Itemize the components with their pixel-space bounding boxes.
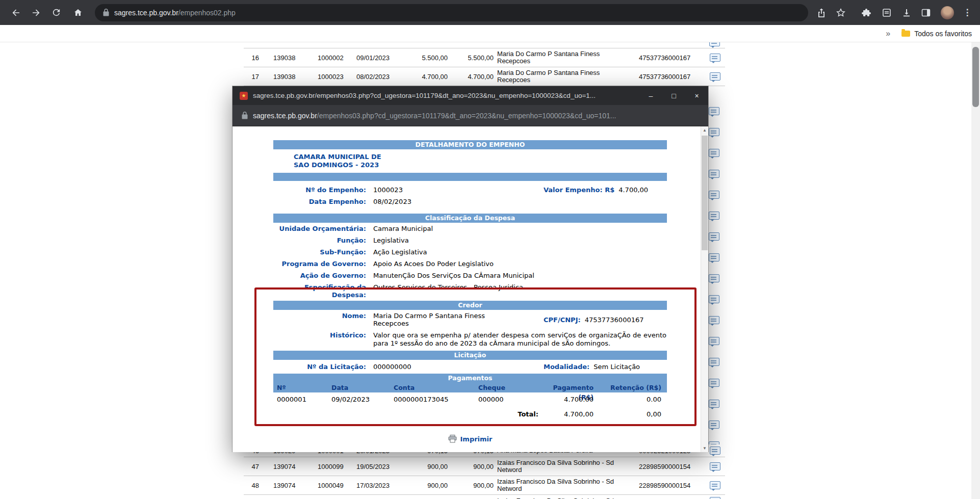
- cell-emp: 1000023: [315, 73, 354, 81]
- cell-ug: 139074: [260, 463, 315, 470]
- comment-icon[interactable]: [710, 54, 720, 62]
- folder-icon: [901, 31, 910, 37]
- empenho-num-value: 1000023: [373, 186, 403, 194]
- cell-date: 08/02/2023: [354, 73, 402, 81]
- popup-title-bar[interactable]: ★ sagres.tce.pb.gov.br/empenhos03.php?cd…: [233, 86, 708, 105]
- comment-icon[interactable]: [709, 212, 719, 220]
- cell-icon: [705, 54, 725, 62]
- comment-icon[interactable]: [709, 191, 719, 199]
- bookmark-star-button[interactable]: [832, 4, 849, 21]
- reload-button[interactable]: [47, 4, 65, 21]
- extensions-button[interactable]: [858, 4, 875, 21]
- home-icon: [73, 8, 83, 18]
- address-bar[interactable]: sagres.tce.pb.gov.br/empenhos02.php: [95, 4, 808, 21]
- cell-num: 48: [244, 482, 260, 489]
- comment-icon[interactable]: [710, 481, 720, 489]
- field-value: Ação Legislativa: [373, 248, 427, 256]
- scroll-up-icon[interactable]: ▲: [703, 128, 707, 133]
- main-scrollbar-thumb[interactable]: [972, 47, 979, 107]
- side-panel-button[interactable]: [917, 4, 935, 21]
- comment-icon[interactable]: [709, 379, 719, 387]
- cell-ug: 139038: [260, 54, 315, 62]
- imprimir-label: Imprimir: [460, 435, 493, 443]
- profile-avatar[interactable]: [941, 6, 954, 19]
- popup-url-host: sagres.tce.pb.gov.br: [253, 112, 317, 120]
- minimize-button[interactable]: –: [639, 86, 662, 105]
- comment-icon[interactable]: [709, 295, 719, 303]
- bookmarks-overflow-icon[interactable]: »: [886, 29, 890, 38]
- cell-v2: 900,00: [448, 463, 494, 470]
- cpf-cnpj-value: 47537736000167: [585, 316, 644, 324]
- main-scrollbar[interactable]: [971, 42, 980, 499]
- cell-ug: 139074: [260, 482, 315, 489]
- nome-label: Nome:: [273, 312, 370, 327]
- cell-v2: 5.500,00: [448, 54, 494, 62]
- pinned-extension-button[interactable]: [878, 4, 895, 21]
- field-label: Unidade Orçamentária:: [273, 225, 370, 232]
- imprimir-link[interactable]: Imprimir: [273, 435, 667, 443]
- field-label: Sub-Função:: [273, 248, 370, 256]
- cell-cnpj: 47537736000167: [624, 54, 705, 62]
- comment-icon[interactable]: [709, 358, 719, 366]
- entity-line-1: CAMARA MUNICIPAL DE: [294, 153, 667, 161]
- maximize-button[interactable]: □: [662, 86, 685, 105]
- field-row: Sub-Função: Ação Legislativa: [273, 246, 667, 258]
- comment-icon[interactable]: [710, 447, 720, 455]
- cell-num: 17: [244, 73, 260, 81]
- forward-button[interactable]: [28, 4, 45, 21]
- popup-scrollbar-thumb[interactable]: [702, 136, 708, 250]
- total-pagamento: 4.700,00: [538, 409, 594, 419]
- cell-credor: Maria Do Carmo P Santana Finess Recepcoe…: [494, 69, 624, 84]
- pagamento-cell: 0000001: [273, 394, 329, 405]
- historico-value: Valor que ora se empenha p/ atender desp…: [373, 331, 666, 348]
- back-button[interactable]: [7, 4, 24, 21]
- comment-icon[interactable]: [709, 274, 719, 282]
- comment-icon[interactable]: [709, 337, 719, 345]
- field-value: Outros Servicos de Terceiros - Pessoa Ju…: [373, 283, 523, 299]
- bookmarks-folder-label[interactable]: Todos os favoritos: [914, 30, 972, 38]
- home-button[interactable]: [69, 4, 87, 21]
- comment-icon[interactable]: [710, 462, 720, 470]
- popup-address-bar[interactable]: sagres.tce.pb.gov.br/empenhos03.php?cd_u…: [233, 105, 708, 126]
- comment-icon[interactable]: [709, 232, 719, 241]
- comment-icon[interactable]: [709, 170, 719, 178]
- comment-icon[interactable]: [709, 400, 719, 408]
- field-value: Apoio As Acoes Do Poder Legislativo: [373, 260, 494, 268]
- comment-icon[interactable]: [709, 42, 720, 46]
- comment-icon[interactable]: [709, 128, 719, 136]
- close-button[interactable]: ×: [685, 86, 708, 105]
- comment-icon[interactable]: [709, 149, 719, 157]
- printer-icon: [448, 435, 457, 443]
- doc-title-bar: DETALHAMENTO DO EMPENHO: [273, 140, 667, 149]
- comment-icon[interactable]: [709, 421, 719, 429]
- comment-icon[interactable]: [709, 316, 719, 324]
- partial-row-sliver: [244, 42, 725, 48]
- hidden-rows-icon-strip: [709, 107, 719, 450]
- valor-empenho-label: Valor Empenho: R$: [544, 186, 614, 194]
- comment-icon[interactable]: [710, 72, 720, 81]
- table-row: 47139074100009919/05/2023900,00900,00Iza…: [244, 457, 725, 476]
- cell-v1: 900,00: [402, 463, 448, 470]
- cpf-cnpj-label: CPF/CNPJ:: [544, 316, 581, 324]
- cell-icon: [705, 481, 725, 489]
- comment-icon[interactable]: [710, 497, 720, 499]
- pagamento-cell: 4.700.00: [538, 394, 594, 405]
- field-row-licitacao: Nº da Licitação: 000000000 Modalidade: S…: [273, 361, 667, 373]
- browser-menu-button[interactable]: ⋮: [959, 4, 976, 21]
- cell-cnpj: 22898590000154: [624, 482, 705, 489]
- cell-ug: 139038: [260, 73, 315, 81]
- lock-icon: [242, 112, 248, 119]
- downloads-button[interactable]: [898, 4, 915, 21]
- bookmarks-bar: » Todos os favoritos: [0, 25, 980, 42]
- pagamento-cell: 0.00: [594, 394, 667, 405]
- scroll-down-icon[interactable]: ▼: [703, 446, 707, 451]
- cell-num: 16: [244, 54, 260, 62]
- total-label: Total:: [475, 409, 538, 419]
- share-button[interactable]: [813, 4, 830, 21]
- field-value: ManutenÇão Dos ServiÇos Da CÂmara Munici…: [373, 272, 534, 279]
- modalidade-value: Sem Licitação: [594, 363, 640, 371]
- field-row: Unidade Orçamentária: Camara Municipal: [273, 223, 667, 234]
- comment-icon[interactable]: [709, 253, 719, 261]
- comment-icon[interactable]: [709, 107, 719, 115]
- pagamento-cell: 09/02/2023: [329, 394, 391, 405]
